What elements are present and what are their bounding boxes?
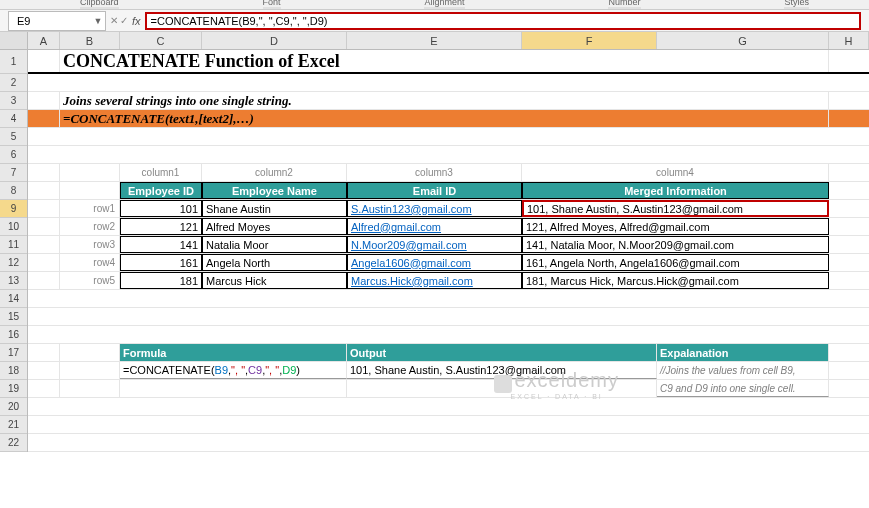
enter-icon[interactable]: ✓	[120, 15, 128, 26]
col-label-3[interactable]: column3	[347, 164, 522, 181]
row-header-8[interactable]: 8	[0, 182, 27, 200]
row-label-3[interactable]: row3	[60, 236, 120, 253]
subtitle[interactable]: Joins several strings into one single st…	[60, 92, 829, 109]
row-headers: 1 2 3 4 5 6 7 8 9 10 11 12 13 14 15 16 1…	[0, 50, 28, 452]
page-title[interactable]: CONCATENATE Function of Excel	[60, 50, 829, 72]
cell-name-4[interactable]: Angela North	[202, 254, 347, 271]
col-header-G[interactable]: G	[657, 32, 829, 49]
cell-merged-1-active[interactable]: 101, Shane Austin, S.Austin123@gmail.com	[522, 200, 829, 217]
row-header-17[interactable]: 17	[0, 344, 27, 362]
col-header-F[interactable]: F	[522, 32, 657, 49]
cell-id-4[interactable]: 161	[120, 254, 202, 271]
watermark-text: exceldemy	[514, 369, 619, 391]
col-header-H[interactable]: H	[829, 32, 869, 49]
formula-display[interactable]: =CONCATENATE(B9,", ",C9,", ",D9)	[120, 362, 347, 379]
col-label-1[interactable]: column1	[120, 164, 202, 181]
name-box-dropdown-icon[interactable]: ▼	[91, 16, 105, 26]
explain-2[interactable]: C9 and D9 into one single cell.	[657, 380, 829, 397]
ribbon-group-number: Number	[608, 0, 640, 9]
row-label-4[interactable]: row4	[60, 254, 120, 271]
formula-bar[interactable]: =CONCATENATE(B9,", ",C9,", ",D9)	[145, 12, 861, 30]
ribbon-group-clipboard: Clipboard	[80, 0, 119, 9]
row-header-18[interactable]: 18	[0, 362, 27, 380]
worksheet: A B C D E F G H 1 2 3 4 5 6 7 8 9 10 11 …	[0, 32, 869, 452]
watermark-logo: exceldemy EXCEL · DATA · BI	[494, 369, 619, 400]
formula-bar-row: E9 ▼ ✕ ✓ fx =CONCATENATE(B9,", ",C9,", "…	[0, 10, 869, 32]
row-header-7[interactable]: 7	[0, 164, 27, 182]
cell-A1[interactable]	[28, 50, 60, 72]
logo-icon	[494, 375, 512, 393]
cell-id-1[interactable]: 101	[120, 200, 202, 217]
row-header-22[interactable]: 22	[0, 434, 27, 452]
cancel-icon[interactable]: ✕	[110, 15, 118, 26]
row-header-19[interactable]: 19	[0, 380, 27, 398]
row-header-5[interactable]: 5	[0, 128, 27, 146]
col-label-2[interactable]: column2	[202, 164, 347, 181]
row-header-10[interactable]: 10	[0, 218, 27, 236]
cell-email-5[interactable]: Marcus.Hick@gmail.com	[347, 272, 522, 289]
row-header-6[interactable]: 6	[0, 146, 27, 164]
sh-explanation[interactable]: Expalanation	[657, 344, 829, 361]
th-email[interactable]: Email ID	[347, 182, 522, 199]
row-header-9[interactable]: 9	[0, 200, 27, 218]
cell-merged-2[interactable]: 121, Alfred Moyes, Alfred@gmail.com	[522, 218, 829, 235]
col-header-D[interactable]: D	[202, 32, 347, 49]
cell-id-2[interactable]: 121	[120, 218, 202, 235]
select-all-corner[interactable]	[0, 32, 28, 49]
row-label-2[interactable]: row2	[60, 218, 120, 235]
formula-bar-text: =CONCATENATE(B9,", ",C9,", ",D9)	[151, 15, 328, 27]
fx-icon[interactable]: fx	[132, 15, 141, 27]
row-header-15[interactable]: 15	[0, 308, 27, 326]
name-box[interactable]: E9 ▼	[8, 11, 106, 31]
cell-name-5[interactable]: Marcus Hick	[202, 272, 347, 289]
ribbon-group-alignment: Alignment	[424, 0, 464, 9]
syntax[interactable]: =CONCATENATE(text1,[text2],…)	[60, 110, 829, 127]
cell-email-4[interactable]: Angela1606@gmail.com	[347, 254, 522, 271]
row-header-16[interactable]: 16	[0, 326, 27, 344]
cell-name-3[interactable]: Natalia Moor	[202, 236, 347, 253]
cell-id-5[interactable]: 181	[120, 272, 202, 289]
cell-merged-4[interactable]: 161, Angela North, Angela1606@gmail.com	[522, 254, 829, 271]
ribbon-group-font: Font	[263, 0, 281, 9]
cell-merged-3[interactable]: 141, Natalia Moor, N.Moor209@gmail.com	[522, 236, 829, 253]
th-employee-name[interactable]: Employee Name	[202, 182, 347, 199]
sh-output[interactable]: Output	[347, 344, 657, 361]
row-label-1[interactable]: row1	[60, 200, 120, 217]
row-label-5[interactable]: row5	[60, 272, 120, 289]
row-header-14[interactable]: 14	[0, 290, 27, 308]
row-header-1[interactable]: 1	[0, 50, 27, 74]
col-header-E[interactable]: E	[347, 32, 522, 49]
ribbon-edge: Clipboard Font Alignment Number Styles	[0, 0, 869, 10]
cell-name-1[interactable]: Shane Austin	[202, 200, 347, 217]
col-label-4[interactable]: column4	[522, 164, 829, 181]
row-header-3[interactable]: 3	[0, 92, 27, 110]
cell-email-3[interactable]: N.Moor209@gmail.com	[347, 236, 522, 253]
col-header-A[interactable]: A	[28, 32, 60, 49]
sh-formula[interactable]: Formula	[120, 344, 347, 361]
cell-email-2[interactable]: Alfred@gmail.com	[347, 218, 522, 235]
cell-id-3[interactable]: 141	[120, 236, 202, 253]
row-header-20[interactable]: 20	[0, 398, 27, 416]
cell-merged-5[interactable]: 181, Marcus Hick, Marcus.Hick@gmail.com	[522, 272, 829, 289]
explain-1[interactable]: //Joins the values from cell B9,	[657, 362, 829, 379]
row-header-11[interactable]: 11	[0, 236, 27, 254]
col-header-B[interactable]: B	[60, 32, 120, 49]
cell-name-2[interactable]: Alfred Moyes	[202, 218, 347, 235]
row-header-21[interactable]: 21	[0, 416, 27, 434]
formula-buttons: ✕ ✓	[110, 15, 128, 26]
cell-grid[interactable]: CONCATENATE Function of Excel Joins seve…	[28, 50, 869, 452]
col-header-C[interactable]: C	[120, 32, 202, 49]
column-headers: A B C D E F G H	[0, 32, 869, 50]
th-merged[interactable]: Merged Information	[522, 182, 829, 199]
row-header-2[interactable]: 2	[0, 74, 27, 92]
ribbon-group-styles: Styles	[784, 0, 809, 9]
cell-email-1[interactable]: S.Austin123@gmail.com	[347, 200, 522, 217]
watermark-sub: EXCEL · DATA · BI	[494, 393, 619, 400]
row-header-13[interactable]: 13	[0, 272, 27, 290]
th-employee-id[interactable]: Employee ID	[120, 182, 202, 199]
row-header-12[interactable]: 12	[0, 254, 27, 272]
name-box-value: E9	[17, 15, 30, 27]
row-header-4[interactable]: 4	[0, 110, 27, 128]
